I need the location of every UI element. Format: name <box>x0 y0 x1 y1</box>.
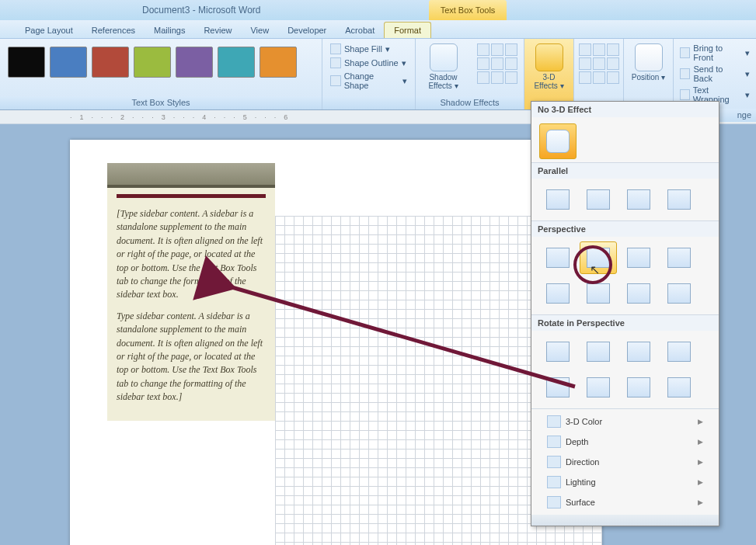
sidebar-divider <box>117 194 266 198</box>
shadow-effects-icon <box>430 43 458 71</box>
threed-rotate-3[interactable] <box>620 335 657 368</box>
group-arrange: Bring to Front ▾ Send to Back ▾ Text Wra… <box>674 39 756 109</box>
style-swatch-red[interactable] <box>92 47 129 78</box>
sidebar-textbox[interactable]: [Type sidebar content. A sidebar is a st… <box>107 163 275 421</box>
group-3d-nudge <box>574 39 624 109</box>
dd-head-perspective: Perspective <box>531 221 719 237</box>
dd-head-parallel: Parallel <box>531 163 719 179</box>
bucket-icon <box>330 43 341 54</box>
threed-parallel-2[interactable] <box>580 183 617 216</box>
position-button[interactable]: Position ▾ <box>632 73 665 82</box>
shape-fill-button[interactable]: Shape Fill ▾ <box>330 43 407 54</box>
group-label-styles2 <box>322 96 415 109</box>
send-back-icon <box>680 68 690 79</box>
color-icon <box>547 415 561 428</box>
threed-perspective-8[interactable] <box>660 277 698 310</box>
ribbon: Text Box Styles Shape Fill ▾ Shape Outli… <box>0 39 756 110</box>
threed-rotate-2[interactable] <box>580 335 617 368</box>
threed-rotate-5[interactable] <box>539 371 577 404</box>
dd-head-rotate: Rotate in Perspective <box>531 315 719 331</box>
contextual-tab-textbox-tools[interactable]: Text Box Tools <box>429 0 507 20</box>
shadow-nudge-grid[interactable] <box>477 43 517 84</box>
style-swatch-black[interactable] <box>8 47 45 78</box>
threed-color-menu[interactable]: 3-D Color▶ <box>539 412 711 431</box>
tab-developer[interactable]: Developer <box>278 23 336 38</box>
shape-outline-button[interactable]: Shape Outline ▾ <box>330 57 407 68</box>
group-shape-tools: Shape Fill ▾ Shape Outline ▾ Change Shap… <box>322 39 416 109</box>
threed-perspective-5[interactable] <box>539 277 577 310</box>
threed-rotate-7[interactable] <box>620 371 657 404</box>
send-to-back-button[interactable]: Send to Back ▾ <box>680 64 750 83</box>
group-3d-effects: 3-D Effects ▾ <box>524 39 574 109</box>
group-textbox-styles: Text Box Styles <box>0 39 322 109</box>
style-swatch-green[interactable] <box>134 47 171 78</box>
pencil-icon <box>330 57 341 68</box>
threed-parallel-3[interactable] <box>620 183 657 216</box>
threed-perspective-3[interactable] <box>620 241 657 274</box>
position-icon <box>635 43 663 71</box>
threed-depth-menu[interactable]: Depth▶ <box>539 432 711 451</box>
sidebar-text-content[interactable]: [Type sidebar content. A sidebar is a st… <box>117 207 266 404</box>
lighting-icon <box>547 476 561 488</box>
page[interactable]: [Type sidebar content. A sidebar is a st… <box>70 140 602 545</box>
tab-mailings[interactable]: Mailings <box>145 23 194 38</box>
depth-icon <box>547 436 561 448</box>
style-swatch-teal[interactable] <box>218 47 255 78</box>
group-label-styles: Text Box Styles <box>0 96 322 109</box>
dropdown-resize-grip[interactable] <box>531 515 719 526</box>
threed-effects-button[interactable]: 3-D Effects ▾ <box>531 73 567 90</box>
group-label-shadow: Shadow Effects <box>416 96 524 109</box>
document-title: Document3 - Microsoft Word <box>142 5 261 16</box>
group-shadow-effects: Shadow Effects ▾ Shadow Effects <box>416 39 524 109</box>
tab-references[interactable]: References <box>82 23 145 38</box>
threed-option-none[interactable] <box>539 123 577 159</box>
style-swatch-blue[interactable] <box>50 47 87 78</box>
threed-surface-menu[interactable]: Surface▶ <box>539 493 711 512</box>
dd-head-no-effect: No 3-D Effect <box>531 102 719 117</box>
threed-perspective-7[interactable] <box>620 277 657 310</box>
direction-icon <box>547 456 561 468</box>
shadow-effects-button[interactable]: Shadow Effects ▾ <box>422 73 465 90</box>
threed-effects-icon <box>535 43 563 71</box>
group-position: Position ▾ <box>624 39 674 109</box>
title-bar: Document3 - Microsoft Word Text Box Tool… <box>0 0 756 20</box>
shape-icon <box>330 75 341 86</box>
surface-icon <box>547 496 561 509</box>
tab-review[interactable]: Review <box>194 23 241 38</box>
threed-perspective-1[interactable] <box>539 241 577 274</box>
threed-rotate-6[interactable] <box>580 371 617 404</box>
sidebar-header-bar <box>107 163 275 188</box>
bring-to-front-button[interactable]: Bring to Front ▾ <box>680 43 750 62</box>
style-swatch-purple[interactable] <box>176 47 213 78</box>
tab-format[interactable]: Format <box>384 22 431 38</box>
threed-rotate-1[interactable] <box>539 335 577 368</box>
change-shape-button[interactable]: Change Shape ▾ <box>330 71 407 90</box>
wrap-icon <box>680 89 690 100</box>
threed-nudge-grid[interactable] <box>579 43 619 84</box>
tab-acrobat[interactable]: Acrobat <box>336 23 384 38</box>
tab-view[interactable]: View <box>241 23 278 38</box>
threed-perspective-4[interactable] <box>660 241 698 274</box>
threed-parallel-1[interactable] <box>539 183 577 216</box>
threed-parallel-4[interactable] <box>660 183 698 216</box>
tab-page-layout[interactable]: Page Layout <box>16 23 82 38</box>
threed-rotate-8[interactable] <box>660 371 698 404</box>
style-swatch-orange[interactable] <box>260 47 297 78</box>
threed-effects-dropdown: No 3-D Effect Parallel Perspective Rotat… <box>531 101 719 526</box>
threed-rotate-4[interactable] <box>660 335 698 368</box>
threed-lighting-menu[interactable]: Lighting▶ <box>539 473 711 491</box>
cursor-icon: ↖ <box>590 262 600 277</box>
bring-front-icon <box>680 47 690 58</box>
threed-direction-menu[interactable]: Direction▶ <box>539 453 711 471</box>
ribbon-tabs: Page Layout References Mailings Review V… <box>0 20 756 39</box>
